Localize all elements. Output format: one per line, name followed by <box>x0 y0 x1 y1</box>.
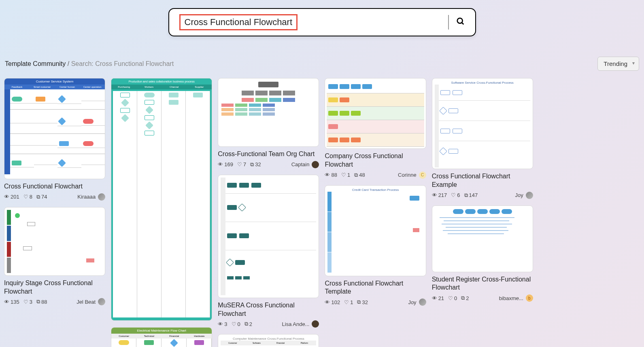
card-title: Inquiry Stage Cross Functional Flowchart <box>4 279 105 296</box>
card-author[interactable]: Lisa Ande... <box>282 320 319 328</box>
likes-icon: ♡ <box>232 321 236 327</box>
copies-icon: ⧉ <box>461 295 465 301</box>
card-stats: 👁3 ♡0 ⧉2 <box>218 321 252 327</box>
card-title: Company Cross Functional Flowchart <box>325 152 426 169</box>
views-icon: 👁 <box>325 299 330 305</box>
search-input[interactable]: Cross Functional Flowchart <box>185 17 293 27</box>
template-card[interactable]: Computer Maintenance Cross-Functional Pr… <box>218 334 319 347</box>
card-stats: 👁21 ♡0 ⧉2 <box>432 295 469 301</box>
likes-icon: ♡ <box>451 192 456 198</box>
breadcrumb-root[interactable]: Template Community <box>5 60 66 67</box>
card-stats: 👁217 ♡6 ⧉147 <box>432 192 478 199</box>
card-title: MuSERA Cross Functional Flowchart <box>218 301 319 318</box>
card-author[interactable]: Joy <box>408 298 426 306</box>
copies-icon: ⧉ <box>357 299 361 305</box>
card-title: Cross Functional Flowchart <box>4 182 105 191</box>
card-title: Cross Functional Flowchart Template <box>325 279 426 296</box>
card-title: Cross-Functional Team Org Chart <box>218 150 319 159</box>
card-stats: 👁169 ♡7 ⧉32 <box>218 161 261 168</box>
card-author[interactable]: Kiraaaa <box>77 193 105 201</box>
template-card[interactable]: Cross-Functional Team Org Chart 👁169 ♡7 … <box>218 78 319 168</box>
sort-dropdown[interactable]: Trending <box>597 57 639 71</box>
likes-icon: ♡ <box>448 295 453 301</box>
svg-point-0 <box>457 18 462 23</box>
breadcrumb: Template Community / Search: Cross Funct… <box>5 60 174 68</box>
card-stats: 👁88 ♡1 ⧉48 <box>325 172 365 178</box>
card-author[interactable]: Joy <box>515 192 533 199</box>
sort-label: Trending <box>604 60 627 67</box>
avatar <box>312 161 319 168</box>
template-card[interactable]: Student Register Cross-Functional Flowch… <box>432 205 533 302</box>
likes-icon: ♡ <box>23 194 28 200</box>
template-card[interactable]: Inquiry Stage Cross Functional Flowchart… <box>4 207 105 306</box>
avatar <box>98 193 105 201</box>
thumb-title: Computer Maintenance Cross-Functional Pr… <box>221 337 316 341</box>
copies-icon: ⧉ <box>464 192 468 199</box>
card-author[interactable]: Captain <box>291 161 319 168</box>
views-icon: 👁 <box>218 321 223 327</box>
template-card[interactable]: Customer Service System FeedbackSmart cu… <box>4 78 105 201</box>
card-author[interactable]: bibaxme...b <box>499 294 533 302</box>
copies-icon: ⧉ <box>250 161 254 168</box>
views-icon: 👁 <box>432 192 437 198</box>
avatar: C <box>419 171 426 179</box>
avatar <box>312 320 319 328</box>
likes-icon: ♡ <box>23 299 28 305</box>
copies-icon: ⧉ <box>354 172 358 178</box>
template-card[interactable]: Company Cross Functional Flowchart 👁88 ♡… <box>325 78 426 179</box>
search-bar[interactable]: Cross Functional Flowchart <box>168 8 476 36</box>
avatar: b <box>526 294 533 302</box>
card-stats: 👁201 ♡8 ⧉74 <box>4 194 47 200</box>
card-title: Cross Functional Flowchart Example <box>432 172 533 189</box>
template-card[interactable]: Credit Card Transaction Process Cross Fu… <box>325 185 426 306</box>
card-author[interactable]: CorinneC <box>398 171 426 179</box>
avatar <box>98 298 105 305</box>
views-icon: 👁 <box>432 295 437 301</box>
template-card[interactable]: Electrical Maintenance Flow Chart Custom… <box>111 327 212 347</box>
views-icon: 👁 <box>4 194 9 200</box>
avatar <box>419 298 426 306</box>
svg-line-1 <box>461 22 463 24</box>
likes-icon: ♡ <box>341 172 346 178</box>
views-icon: 👁 <box>218 161 223 167</box>
card-title: Student Register Cross-Functional Flowch… <box>432 275 533 292</box>
search-input-highlight: Cross Functional Flowchart <box>179 14 298 30</box>
template-card[interactable]: Software Service Cross-Functional Proces… <box>432 78 533 199</box>
views-icon: 👁 <box>325 172 330 178</box>
thumb-title: Customer Service System <box>4 78 105 85</box>
copies-icon: ⧉ <box>36 194 40 200</box>
thumb-title: Electrical Maintenance Flow Chart <box>111 328 212 334</box>
avatar <box>526 192 533 199</box>
views-icon: 👁 <box>4 299 9 305</box>
search-icon[interactable] <box>456 17 465 28</box>
copies-icon: ⧉ <box>36 298 40 305</box>
card-author[interactable]: Jel Beat <box>77 298 105 305</box>
template-card[interactable]: MuSERA Cross Functional Flowchart 👁3 ♡0 … <box>218 175 319 328</box>
search-divider <box>448 15 449 30</box>
copies-icon: ⧉ <box>244 321 248 327</box>
thumb-title: Credit Card Transaction Process <box>327 188 423 192</box>
template-card[interactable]: Production and sales collaboration busin… <box>111 78 212 321</box>
breadcrumb-current: Search: Cross Functional Flowchart <box>71 60 174 67</box>
thumb-title: Software Service Cross-Functional Proces… <box>435 81 530 85</box>
template-grid: Customer Service System FeedbackSmart cu… <box>0 78 644 347</box>
likes-icon: ♡ <box>237 161 242 167</box>
likes-icon: ♡ <box>344 299 349 305</box>
card-stats: 👁135 ♡3 ⧉88 <box>4 298 47 305</box>
card-stats: 👁102 ♡1 ⧉32 <box>325 299 368 305</box>
